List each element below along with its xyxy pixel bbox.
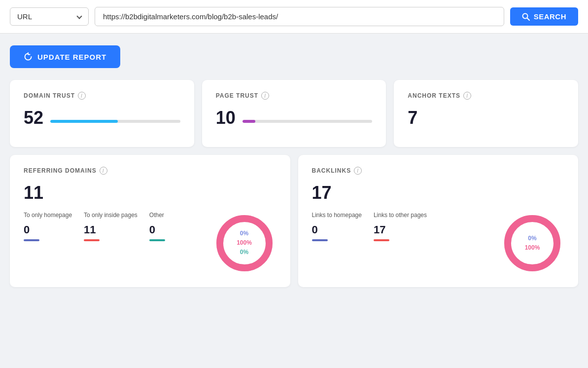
referring-domains-donut-labels: 0% 100% 0% xyxy=(237,229,252,258)
svg-line-1 xyxy=(527,18,529,20)
update-report-label: UPDATE REPORT xyxy=(37,53,106,61)
backlinks-label: BACKLINKS i xyxy=(312,167,565,175)
backlinks-donut-labels: 0% 100% xyxy=(525,234,540,253)
stat-inside-pages-bar xyxy=(84,239,100,241)
stat-inside-pages-value: 11 xyxy=(84,223,138,236)
backlinks-stat-homepage-bar xyxy=(312,239,328,241)
stat-other-value: 0 xyxy=(149,223,189,236)
search-icon xyxy=(522,13,530,21)
page-trust-label: PAGE TRUST i xyxy=(216,92,373,100)
search-button[interactable]: SEARCH xyxy=(510,7,578,26)
page-trust-value: 10 xyxy=(216,108,236,128)
search-label: SEARCH xyxy=(534,12,566,21)
backlinks-stats: Links to homepage 0 Links to other pages… xyxy=(312,211,565,275)
bottom-cards-row: REFERRING DOMAINS i 11 To only homepage … xyxy=(10,155,578,287)
backlinks-stat-other-pages-value: 17 xyxy=(374,223,427,236)
top-cards-row: DOMAIN TRUST i 52 PAGE TRUST i 10 xyxy=(10,80,578,147)
stat-homepage-bar xyxy=(24,239,39,241)
backlinks-stat-other-pages-label: Links to other pages xyxy=(374,211,427,220)
domain-trust-bar xyxy=(50,120,180,123)
page-trust-info-icon[interactable]: i xyxy=(261,92,269,100)
page-trust-bar-fill xyxy=(242,120,255,123)
referring-domains-info-icon[interactable]: i xyxy=(100,167,107,175)
anchor-texts-card: ANCHOR TEXTS i 7 xyxy=(394,80,578,147)
page-trust-bar xyxy=(242,120,373,123)
backlinks-card: BACKLINKS i 17 Links to homepage 0 Links… xyxy=(298,155,579,287)
backlinks-stat-homepage-label: Links to homepage xyxy=(312,211,362,220)
referring-domains-donut: 0% 100% 0% xyxy=(212,211,277,275)
anchor-texts-info-icon[interactable]: i xyxy=(463,92,471,100)
stat-homepage-label: To only homepage xyxy=(24,211,72,220)
chevron-down-icon xyxy=(76,13,82,19)
anchor-texts-value: 7 xyxy=(408,108,417,128)
top-bar: URL SEARCH xyxy=(0,0,588,34)
backlinks-stat-homepage-value: 0 xyxy=(312,223,362,236)
main-content: UPDATE REPORT DOMAIN TRUST i 52 PAGE TRU… xyxy=(0,34,588,299)
domain-trust-card: DOMAIN TRUST i 52 xyxy=(10,80,194,147)
stat-other: Other 0 xyxy=(149,211,189,241)
domain-trust-info-icon[interactable]: i xyxy=(78,92,86,100)
type-dropdown[interactable]: URL xyxy=(10,7,89,26)
donut-pct-teal: 0% xyxy=(237,248,252,258)
backlinks-donut-pct-pink: 100% xyxy=(525,243,540,253)
page-trust-progress-row: 10 xyxy=(216,108,373,135)
domain-trust-progress-row: 52 xyxy=(24,108,180,135)
domain-trust-bar-fill xyxy=(50,120,118,123)
stat-homepage-value: 0 xyxy=(24,223,72,236)
backlinks-info-icon[interactable]: i xyxy=(354,167,362,175)
backlinks-stat-other-pages: Links to other pages 17 xyxy=(374,211,427,241)
stat-inside-pages-label: To only inside pages xyxy=(84,211,138,220)
donut-pct-blue: 0% xyxy=(237,229,252,238)
url-input[interactable] xyxy=(95,7,504,26)
backlinks-value: 17 xyxy=(312,183,565,203)
update-report-button[interactable]: UPDATE REPORT xyxy=(10,45,120,68)
referring-domains-card: REFERRING DOMAINS i 11 To only homepage … xyxy=(10,155,290,287)
stat-other-label: Other xyxy=(149,211,189,220)
domain-trust-value: 52 xyxy=(24,108,43,128)
backlinks-stat-other-pages-bar xyxy=(374,239,389,241)
stat-homepage: To only homepage 0 xyxy=(24,211,72,241)
backlinks-stat-homepage: Links to homepage 0 xyxy=(312,211,362,241)
referring-domains-label: REFERRING DOMAINS i xyxy=(24,167,277,175)
page-trust-card: PAGE TRUST i 10 xyxy=(202,80,386,147)
domain-trust-label: DOMAIN TRUST i xyxy=(24,92,180,100)
donut-pct-pink: 100% xyxy=(237,238,252,248)
stat-other-bar xyxy=(149,239,165,241)
referring-domains-value: 11 xyxy=(24,183,277,203)
anchor-texts-label: ANCHOR TEXTS i xyxy=(408,92,564,100)
referring-domains-stats: To only homepage 0 To only inside pages … xyxy=(24,211,277,275)
backlinks-donut-pct-blue: 0% xyxy=(525,234,540,243)
backlinks-donut: 0% 100% xyxy=(500,211,564,275)
stat-inside-pages: To only inside pages 11 xyxy=(84,211,138,241)
dropdown-label: URL xyxy=(17,12,32,21)
refresh-icon xyxy=(24,52,33,61)
